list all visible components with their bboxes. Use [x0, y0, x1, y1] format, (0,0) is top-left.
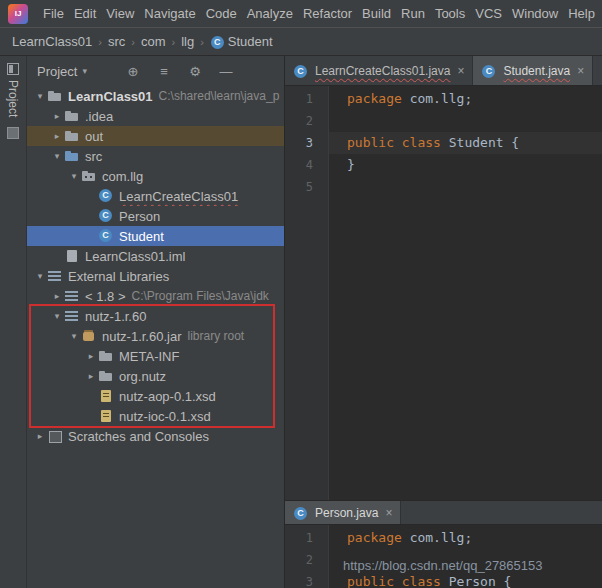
tree-item-label: .idea	[85, 109, 113, 124]
menu-items: FileEditViewNavigateCodeAnalyzeRefactorB…	[38, 6, 600, 21]
code-text: }	[329, 154, 602, 176]
tool-window-icon[interactable]	[7, 127, 19, 139]
tree-item-learnclass01-iml[interactable]: LearnClass01.iml	[27, 246, 284, 266]
breadcrumb-item-llg[interactable]: llg	[181, 34, 194, 49]
code-line[interactable]: 5	[285, 176, 602, 198]
chevron-down-icon[interactable]: ▾	[50, 311, 64, 321]
chevron-down-icon[interactable]: ▾	[82, 66, 87, 76]
code-line[interactable]: 1package com.llg;	[285, 527, 602, 549]
tree-item-learncreateclass01[interactable]: LearnCreateClass01	[27, 186, 284, 206]
tree-item-person[interactable]: Person	[27, 206, 284, 226]
tree-item-meta-inf[interactable]: ▸META-INF	[27, 346, 284, 366]
bottom-editor-tab-bar: Person.java×	[285, 501, 602, 525]
xsd-icon	[98, 388, 114, 404]
chevron-right-icon[interactable]: ▸	[33, 431, 47, 441]
close-icon[interactable]: ×	[385, 506, 392, 520]
menu-item-navigate[interactable]: Navigate	[139, 6, 200, 21]
menu-item-view[interactable]: View	[101, 6, 139, 21]
editor-tab-person-java[interactable]: Person.java×	[285, 501, 401, 524]
locate-file-icon[interactable]: ⊕	[125, 64, 141, 79]
tree-item-hint: C:\shared\learn\java_p	[159, 89, 280, 103]
project-panel-title[interactable]: Project	[37, 64, 77, 79]
settings-gear-icon[interactable]: ⚙	[187, 64, 203, 79]
chevron-down-icon[interactable]: ▾	[33, 91, 47, 101]
tree-item-org-nutz[interactable]: ▸org.nutz	[27, 366, 284, 386]
tree-item-nutz-1-r-60[interactable]: ▾nutz-1.r.60	[27, 306, 284, 326]
collapse-all-icon[interactable]: ≡	[156, 64, 172, 79]
class-icon	[98, 188, 114, 204]
chevron-right-icon[interactable]: ▸	[50, 131, 64, 141]
tree-item-nutz-1-r-60-jar[interactable]: ▾nutz-1.r.60.jarlibrary root	[27, 326, 284, 346]
tree-item-out[interactable]: ▸out	[27, 126, 284, 146]
tree-item-student[interactable]: Student	[27, 226, 284, 246]
tree-item-nutz-aop-0-1-xsd[interactable]: nutz-aop-0.1.xsd	[27, 386, 284, 406]
chevron-down-icon[interactable]: ▾	[50, 151, 64, 161]
menu-item-edit[interactable]: Edit	[69, 6, 101, 21]
editor-tab-bar: LearnCreateClass01.java×Student.java×	[285, 56, 602, 86]
menu-item-help[interactable]: Help	[563, 6, 600, 21]
line-number: 3	[285, 132, 313, 154]
folder-icon	[98, 368, 114, 384]
menu-item-window[interactable]: Window	[507, 6, 563, 21]
class-icon	[98, 208, 114, 224]
code-line[interactable]: 1package com.llg;	[285, 88, 602, 110]
chevron-down-icon[interactable]: ▾	[67, 331, 81, 341]
jdk-icon	[64, 288, 80, 304]
code-line[interactable]: 2	[285, 110, 602, 132]
menu-item-run[interactable]: Run	[396, 6, 430, 21]
folder-icon	[64, 128, 80, 144]
close-icon[interactable]: ×	[457, 64, 464, 78]
project-tool-window-button[interactable]: Project	[6, 63, 20, 117]
project-panel-toolbar: ⊕ ≡ ⚙ —	[125, 64, 234, 79]
chevron-right-icon[interactable]: ▸	[50, 291, 64, 301]
menu-item-analyze[interactable]: Analyze	[242, 6, 298, 21]
tab-label: Student.java	[503, 64, 570, 78]
tree-item-1-8[interactable]: ▸< 1.8 >C:\Program Files\Java\jdk	[27, 286, 284, 306]
close-icon[interactable]: ×	[577, 64, 584, 78]
code-text	[329, 176, 602, 198]
main-editor[interactable]: 1package com.llg;23public class Student …	[285, 86, 602, 500]
tree-item-nutz-ioc-0-1-xsd[interactable]: nutz-ioc-0.1.xsd	[27, 406, 284, 426]
tree-item-label: LearnClass01	[68, 89, 153, 104]
chevron-down-icon[interactable]: ▾	[33, 271, 47, 281]
code-line[interactable]: 3public class Student {	[285, 132, 602, 154]
chevron-down-icon[interactable]: ▾	[67, 171, 81, 181]
lib-icon	[64, 308, 80, 324]
editor-tab-student-java[interactable]: Student.java×	[473, 56, 593, 85]
bottom-editor[interactable]: 1package com.llg;23public class Person {…	[285, 525, 602, 588]
breadcrumb-separator-icon: ›	[171, 36, 175, 48]
chevron-right-icon[interactable]: ▸	[50, 111, 64, 121]
chevron-right-icon[interactable]: ▸	[84, 351, 98, 361]
tree-item-label: nutz-aop-0.1.xsd	[119, 389, 216, 404]
breadcrumb-item-student[interactable]: Student	[228, 34, 273, 49]
code-line[interactable]: 4}	[285, 154, 602, 176]
chevron-right-icon[interactable]: ▸	[84, 371, 98, 381]
line-number: 2	[285, 549, 313, 571]
menu-item-build[interactable]: Build	[357, 6, 396, 21]
tree-item-label: Student	[119, 229, 164, 244]
project-strip-label: Project	[6, 80, 20, 117]
tree-item-label: Person	[119, 209, 160, 224]
navigation-bar: LearnClass01›src›com›llg›Student	[0, 28, 602, 56]
tree-item-external-libraries[interactable]: ▾External Libraries	[27, 266, 284, 286]
breadcrumb-separator-icon: ›	[98, 36, 102, 48]
tree-item-label: LearnClass01.iml	[85, 249, 185, 264]
tree-item-com-llg[interactable]: ▾com.llg	[27, 166, 284, 186]
hide-panel-icon[interactable]: —	[218, 64, 234, 79]
menu-item-refactor[interactable]: Refactor	[298, 6, 357, 21]
tree-item-src[interactable]: ▾src	[27, 146, 284, 166]
menu-item-code[interactable]: Code	[201, 6, 242, 21]
tree-item-idea[interactable]: ▸.idea	[27, 106, 284, 126]
breadcrumb-item-learnclass01[interactable]: LearnClass01	[12, 34, 92, 49]
breadcrumb-item-com[interactable]: com	[141, 34, 166, 49]
tree-item-learnclass01[interactable]: ▾LearnClass01C:\shared\learn\java_p	[27, 86, 284, 106]
editor-tab-learncreateclass01-java[interactable]: LearnCreateClass01.java×	[285, 56, 473, 85]
tree-item-label: org.nutz	[119, 369, 166, 384]
folder-icon	[47, 88, 63, 104]
menu-item-tools[interactable]: Tools	[430, 6, 470, 21]
menu-item-vcs[interactable]: VCS	[470, 6, 507, 21]
tree-item-scratches-and-consoles[interactable]: ▸Scratches and Consoles	[27, 426, 284, 446]
breadcrumb-item-src[interactable]: src	[108, 34, 125, 49]
tree-item-hint: C:\Program Files\Java\jdk	[131, 289, 268, 303]
menu-item-file[interactable]: File	[38, 6, 69, 21]
